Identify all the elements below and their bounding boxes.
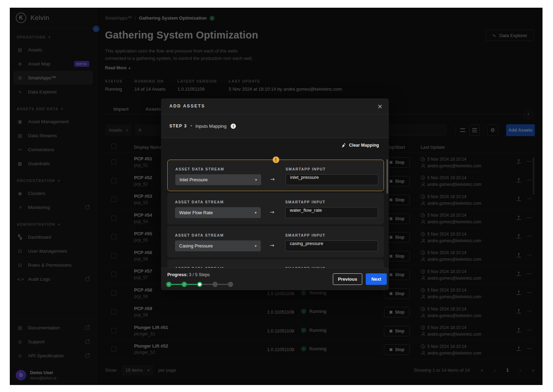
step-dot-3 <box>197 282 202 287</box>
smartapp-input-field[interactable]: water_flow_rate <box>285 207 378 218</box>
smartapp-input-field[interactable]: casing_pressure <box>285 240 378 251</box>
mapping-row: ASSET DATA STREAM SMARTAPP INPUT Casing … <box>167 226 384 258</box>
step-indicator: STEP 3 • Inputs Mapping i <box>161 114 389 138</box>
modal-scrollbar[interactable] <box>386 159 388 194</box>
modal-title: ADD ASSETS <box>169 104 205 108</box>
step-dot-1: ✓ <box>166 282 172 287</box>
smartapp-input-field[interactable]: inlet_pressure <box>286 174 378 185</box>
step-connector <box>172 284 182 285</box>
mapping-row: ASSET DATA STREAM SMARTAPP INPUT Water F… <box>167 193 384 224</box>
maps-to-arrow-icon: → <box>270 176 275 182</box>
maps-to-arrow-icon: → <box>270 209 274 215</box>
mapping-row: ! ASSET DATA STREAM SMARTAPP INPUT Inlet… <box>167 160 384 191</box>
broom-icon <box>341 143 346 148</box>
asset-data-stream-select[interactable]: Casing Pressure ▾ <box>175 240 261 251</box>
chevron-down-icon: ▾ <box>255 178 257 182</box>
step-connector <box>202 284 212 285</box>
mapping-panel: Clear Mapping ! ASSET DATA STREAM SMARTA… <box>161 138 389 268</box>
progress-label: Progress: 3 / 5 Steps <box>167 272 210 277</box>
step-dot-5 <box>228 282 233 287</box>
warning-icon: ! <box>273 156 279 163</box>
close-icon[interactable]: × <box>377 103 383 110</box>
progress-stepper: ✓✓ <box>166 282 233 287</box>
mapping-row: ASSET DATA STREAM SMARTAPP INPUT ▾ → <box>167 259 384 268</box>
chevron-down-icon: ▾ <box>255 244 257 248</box>
step-connector <box>218 284 228 285</box>
modal-header: ADD ASSETS × <box>161 98 389 114</box>
step-dot-4 <box>212 282 218 287</box>
step-dot-2: ✓ <box>182 282 187 287</box>
asset-data-stream-select[interactable]: Water Flow Rate ▾ <box>175 207 261 218</box>
next-button[interactable]: Next <box>366 273 387 285</box>
previous-button[interactable]: Previous <box>333 273 362 285</box>
chevron-down-icon: ▾ <box>255 211 257 215</box>
add-assets-modal: ADD ASSETS × STEP 3 • Inputs Mapping i C… <box>161 98 389 290</box>
info-icon[interactable]: i <box>231 124 236 129</box>
modal-footer: Progress: 3 / 5 Steps ✓✓ Previous Next <box>161 268 389 290</box>
clear-mapping-button[interactable]: Clear Mapping <box>341 143 379 148</box>
maps-to-arrow-icon: → <box>270 242 274 248</box>
app-canvas: K Kelvin OPERATIONS∨ ▤ Assets ⊕ Asset Ma… <box>10 8 542 385</box>
asset-data-stream-select[interactable]: Inlet Pressure ▾ <box>175 174 261 185</box>
step-connector <box>187 284 197 285</box>
